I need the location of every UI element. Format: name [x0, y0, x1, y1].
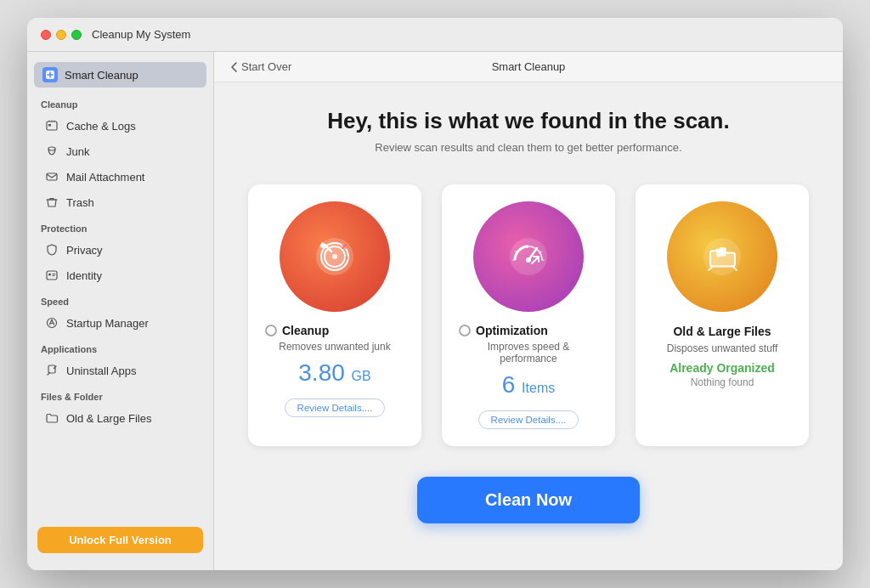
svg-rect-4: [47, 173, 57, 180]
svg-text:×: ×: [345, 254, 349, 262]
maximize-button[interactable]: [71, 30, 82, 40]
sidebar-uninstall-label: Uninstall Apps: [66, 365, 136, 377]
optimization-card-items: 6 Items: [502, 371, 555, 399]
svg-rect-8: [48, 365, 55, 373]
scan-subtext: Review scan results and clean them to ge…: [375, 141, 681, 154]
sidebar-item-old-large-files[interactable]: Old & Large Files: [31, 406, 210, 430]
sidebar-junk-label: Junk: [66, 145, 89, 158]
unlock-full-version-button[interactable]: Unlock Full Version: [37, 527, 203, 553]
cards-row: × × Cleanup Removes unwanted junk 3.80 G…: [248, 184, 809, 446]
sidebar-bottom: Unlock Full Version: [27, 517, 213, 563]
sidebar-old-large-files-label: Old & Large Files: [66, 412, 151, 425]
cleanup-card-value: 3.80 GB: [298, 359, 370, 387]
items-label: Items: [522, 381, 555, 395]
svg-rect-5: [47, 271, 57, 280]
clean-now-button[interactable]: Clean Now: [417, 477, 640, 523]
close-button[interactable]: [41, 30, 51, 40]
optimization-illustration: [501, 229, 556, 285]
sidebar-item-privacy[interactable]: Privacy: [31, 238, 210, 262]
cleanup-card: × × Cleanup Removes unwanted junk 3.80 G…: [248, 184, 421, 446]
sidebar-item-trash[interactable]: Trash: [31, 190, 210, 214]
sidebar-identity-label: Identity: [66, 269, 102, 282]
sidebar-item-identity[interactable]: Identity: [31, 263, 210, 287]
cleanup-illustration: × ×: [308, 229, 363, 285]
sidebar-section-applications: Applications: [27, 336, 213, 358]
start-over-button[interactable]: Start Over: [231, 60, 291, 73]
old-large-files-card: Old & Large Files Disposes unwanted stuf…: [636, 184, 809, 446]
startup-icon: [44, 315, 59, 331]
app-window: Cleanup My System Smart Cleanup Cleanup: [27, 18, 843, 570]
nothing-found-label: Nothing found: [691, 376, 754, 388]
cache-logs-icon: [44, 118, 59, 133]
sidebar-startup-label: Startup Manager: [66, 317, 149, 330]
sidebar-smart-cleanup-label: Smart Cleanup: [65, 69, 138, 82]
mail-icon: [44, 169, 59, 184]
sidebar-section-speed: Speed: [27, 288, 213, 310]
svg-text:×: ×: [342, 242, 347, 252]
large-files-card-icon: [667, 201, 777, 312]
optimization-radio[interactable]: [459, 325, 471, 336]
optimization-review-button[interactable]: Review Details....: [478, 410, 579, 429]
uninstall-icon: [44, 363, 59, 378]
cleanup-card-name: Cleanup: [282, 324, 329, 337]
scan-headline: Hey, this is what we found in the scan.: [327, 108, 729, 134]
sidebar-item-cache-logs[interactable]: Cache & Logs: [31, 114, 210, 138]
sidebar-cache-logs-label: Cache & Logs: [66, 120, 136, 133]
minimize-button[interactable]: [56, 30, 66, 40]
sidebar-item-junk[interactable]: Junk: [31, 139, 210, 163]
sidebar-mail-attachment-label: Mail Attachment: [66, 171, 145, 184]
sidebar-item-uninstall-apps[interactable]: Uninstall Apps: [31, 359, 210, 382]
smart-cleanup-icon: [42, 67, 58, 82]
main-layout: Smart Cleanup Cleanup Cache & Logs: [27, 52, 843, 570]
sidebar: Smart Cleanup Cleanup Cache & Logs: [27, 52, 214, 570]
traffic-lights: [41, 30, 82, 40]
svg-rect-6: [48, 274, 51, 276]
trash-icon: [44, 195, 59, 210]
identity-icon: [44, 268, 59, 283]
cleanup-card-desc: Removes unwanted junk: [279, 341, 390, 353]
already-organized-label: Already Organized: [669, 361, 775, 375]
content-body: Hey, this is what we found in the scan. …: [214, 82, 843, 570]
header-wrap: Start Over Smart Cleanup: [231, 60, 826, 73]
optimization-card: Optimization Improves speed & performanc…: [442, 184, 615, 446]
titlebar: Cleanup My System: [27, 18, 843, 52]
svg-rect-19: [719, 247, 726, 257]
sidebar-section-files: Files & Folder: [27, 383, 213, 405]
svg-point-3: [48, 147, 55, 150]
privacy-icon: [44, 242, 59, 257]
svg-point-16: [526, 257, 531, 263]
sidebar-section-cleanup: Cleanup: [27, 91, 213, 113]
cleanup-review-button[interactable]: Review Details....: [285, 399, 386, 417]
optimization-card-icon: [473, 201, 584, 312]
back-chevron-icon: [231, 62, 238, 72]
optimization-card-desc: Improves speed & performance: [459, 341, 598, 365]
cleanup-radio[interactable]: [265, 325, 277, 336]
content-area: Start Over Smart Cleanup Hey, this is wh…: [214, 52, 843, 570]
app-title: Cleanup My System: [92, 28, 190, 41]
svg-rect-1: [47, 122, 57, 130]
junk-icon: [44, 144, 59, 159]
sidebar-privacy-label: Privacy: [66, 244, 103, 257]
content-center-title: Smart Cleanup: [492, 60, 566, 73]
sidebar-item-smart-cleanup[interactable]: Smart Cleanup: [34, 62, 206, 88]
folder-icon: [44, 410, 59, 426]
sidebar-item-startup-manager[interactable]: Startup Manager: [31, 311, 210, 335]
large-files-illustration: [695, 229, 750, 285]
cleanup-radio-row: Cleanup: [265, 324, 404, 337]
sidebar-section-protection: Protection: [27, 215, 213, 237]
optimization-radio-row: Optimization: [459, 324, 598, 337]
svg-rect-2: [48, 124, 51, 127]
large-files-card-desc: Disposes unwanted stuff: [667, 342, 778, 354]
large-files-card-name: Old & Large Files: [673, 325, 771, 338]
cleanup-card-icon: × ×: [280, 201, 390, 312]
svg-point-12: [332, 254, 337, 259]
optimization-card-name: Optimization: [476, 324, 548, 337]
sidebar-item-mail-attachment[interactable]: Mail Attachment: [31, 165, 210, 189]
content-header: Start Over Smart Cleanup: [214, 52, 843, 82]
sidebar-trash-label: Trash: [66, 196, 94, 209]
